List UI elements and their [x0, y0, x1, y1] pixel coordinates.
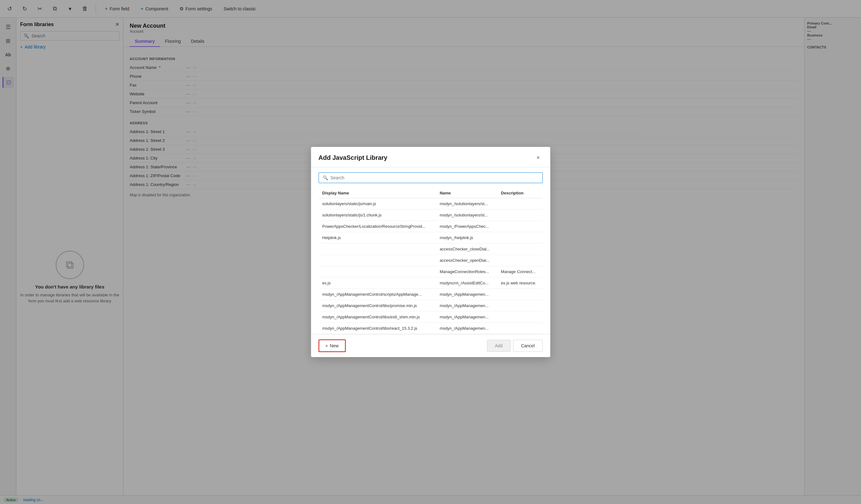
col-name: Name	[436, 188, 497, 198]
modal-header: Add JavaScript Library ×	[311, 147, 550, 167]
modal-table-container[interactable]: Display Name Name Description solutionla…	[318, 188, 543, 334]
cell-name: msdyn_/helplink.js	[436, 232, 497, 243]
table-row[interactable]: msdyn_/AppManagementControl/scripts/AppM…	[318, 289, 543, 300]
table-row[interactable]: accessChecker_closeDial...	[318, 243, 543, 255]
cell-display-name: solutionlayers/static/js/1.chunk.js	[318, 210, 436, 221]
cell-display-name: PowerAppsChecker/Localization/ResourceSt…	[318, 221, 436, 232]
cell-description	[497, 232, 543, 243]
modal-search-icon: 🔍	[323, 175, 328, 180]
cell-name: msdyn_/AppManagemen...	[436, 300, 497, 311]
cell-description	[497, 311, 543, 323]
cell-name: msdyn_/AppManagemen...	[436, 323, 497, 334]
table-row[interactable]: accessChecker_openDial...	[318, 255, 543, 266]
modal-footer-right: Add Cancel	[487, 340, 543, 352]
table-header-row: Display Name Name Description	[318, 188, 543, 198]
cell-display-name: msdyn_/AppManagementControl/libs/react_1…	[318, 323, 436, 334]
cell-display-name: Helplink.js	[318, 232, 436, 243]
cell-name: msdyn_/AppManagemen...	[436, 311, 497, 323]
cell-name: accessChecker_closeDial...	[436, 243, 497, 255]
cell-description	[497, 210, 543, 221]
cell-description	[497, 300, 543, 311]
modal-footer: + New Add Cancel	[311, 334, 550, 357]
cell-name: msdyn_/solutionlayers/st...	[436, 198, 497, 210]
cell-name: accessChecker_openDial...	[436, 255, 497, 266]
add-javascript-library-modal: Add JavaScript Library × 🔍 Display Name …	[311, 147, 550, 357]
table-row[interactable]: es.jsmsdyncrm_/AssistEditCo...es.js web …	[318, 278, 543, 289]
cell-description	[497, 221, 543, 232]
cell-display-name: msdyn_/AppManagementControl/scripts/AppM…	[318, 289, 436, 300]
cell-description	[497, 243, 543, 255]
table-row[interactable]: msdyn_/AppManagementControl/libs/es6_shi…	[318, 311, 543, 323]
cell-display-name	[318, 255, 436, 266]
col-description: Description	[497, 188, 543, 198]
col-display-name: Display Name	[318, 188, 436, 198]
new-plus-icon: +	[326, 343, 328, 348]
table-row[interactable]: msdyn_/AppManagementControl/libs/promise…	[318, 300, 543, 311]
cell-name: msdyn_/AppManagemen...	[436, 289, 497, 300]
cell-display-name: solutionlayers/static/js/main.js	[318, 198, 436, 210]
modal-close-button[interactable]: ×	[534, 153, 543, 162]
cell-display-name	[318, 266, 436, 278]
cell-name: msdyn_/PowerAppsChec...	[436, 221, 497, 232]
table-row[interactable]: ManageConnectionRoles...Manage Connect..…	[318, 266, 543, 278]
cell-description	[497, 289, 543, 300]
cell-display-name: msdyn_/AppManagementControl/libs/es6_shi…	[318, 311, 436, 323]
cell-description	[497, 198, 543, 210]
cell-display-name: es.js	[318, 278, 436, 289]
cell-name: msdyncrm_/AssistEditCo...	[436, 278, 497, 289]
add-button[interactable]: Add	[487, 340, 510, 352]
modal-title: Add JavaScript Library	[318, 154, 387, 162]
table-row[interactable]: solutionlayers/static/js/1.chunk.jsmsdyn…	[318, 210, 543, 221]
modal-search-container: 🔍	[318, 172, 543, 183]
cell-name: msdyn_/solutionlayers/st...	[436, 210, 497, 221]
table-row[interactable]: msdyn_/AppManagementControl/libs/react_1…	[318, 323, 543, 334]
modal-table: Display Name Name Description solutionla…	[318, 188, 543, 334]
modal-overlay[interactable]: Add JavaScript Library × 🔍 Display Name …	[0, 0, 861, 504]
cell-display-name	[318, 243, 436, 255]
cell-display-name: msdyn_/AppManagementControl/libs/promise…	[318, 300, 436, 311]
cell-description	[497, 255, 543, 266]
modal-search-input[interactable]	[330, 175, 538, 180]
cell-name: ManageConnectionRoles...	[436, 266, 497, 278]
table-row[interactable]: solutionlayers/static/js/main.jsmsdyn_/s…	[318, 198, 543, 210]
new-button[interactable]: + New	[318, 339, 346, 352]
cell-description	[497, 323, 543, 334]
table-row[interactable]: PowerAppsChecker/Localization/ResourceSt…	[318, 221, 543, 232]
cell-description: Manage Connect...	[497, 266, 543, 278]
cancel-button[interactable]: Cancel	[513, 340, 543, 352]
cell-description: es.js web resource.	[497, 278, 543, 289]
table-row[interactable]: Helplink.jsmsdyn_/helplink.js	[318, 232, 543, 243]
